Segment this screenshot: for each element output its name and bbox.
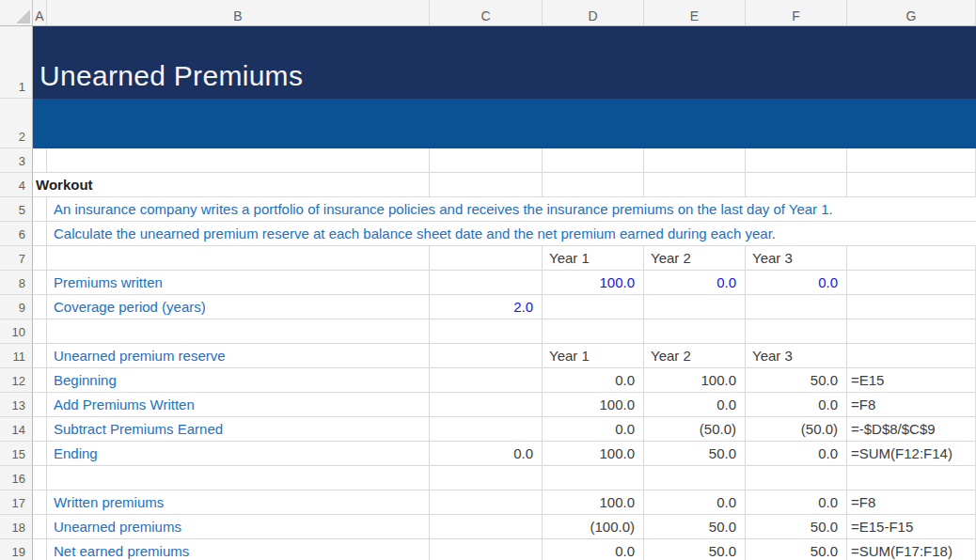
cell-C10[interactable] [430,319,543,344]
cell-D8[interactable]: 100.0 [543,271,644,295]
cell-A4[interactable]: Workout [33,173,430,197]
cell-A6[interactable] [33,222,47,246]
row-header-2[interactable]: 2 [0,99,33,148]
cell-E3[interactable] [644,148,746,173]
cell-G18[interactable]: =E15-F15 [847,515,976,539]
cell-G9[interactable] [847,295,976,319]
cell-B10[interactable] [47,319,430,344]
cell-D16[interactable] [543,466,644,490]
cell-B14[interactable]: Subtract Premiums Earned [47,417,430,442]
cell-B12[interactable]: Beginning [47,368,430,393]
cell-F10[interactable] [746,319,847,344]
cell-B6[interactable]: Calculate the unearned premium reserve a… [47,222,976,246]
row-header-8[interactable]: 8 [0,271,33,295]
cell-C12[interactable] [430,368,543,393]
cell-A13[interactable] [33,393,47,417]
cell-A9[interactable] [33,295,47,319]
title-banner-cell[interactable]: Unearned Premiums [33,26,976,99]
cell-E4[interactable] [644,173,746,197]
cell-D10[interactable] [543,319,644,344]
row-header-7[interactable]: 7 [0,246,33,271]
cell-D3[interactable] [543,148,644,173]
cell-D12[interactable]: 0.0 [543,368,644,393]
cell-F4[interactable] [746,173,847,197]
cell-C15[interactable]: 0.0 [430,442,543,466]
row-header-16[interactable]: 16 [0,466,33,490]
cell-G19[interactable]: =SUM(F17:F18) [847,539,976,560]
cell-B3[interactable] [47,148,430,173]
cell-D17[interactable]: 100.0 [543,490,644,515]
cell-B18[interactable]: Unearned premiums [47,515,430,539]
cell-F11[interactable]: Year 3 [746,344,847,368]
cell-G15[interactable]: =SUM(F12:F14) [847,442,976,466]
row-header-19[interactable]: 19 [0,539,33,560]
cell-A14[interactable] [33,417,47,442]
column-header-D[interactable]: D [543,0,644,25]
select-all-corner[interactable] [0,0,33,25]
row-header-9[interactable]: 9 [0,295,33,319]
cell-C16[interactable] [430,466,543,490]
sub-banner-cell[interactable] [33,99,976,148]
cell-E11[interactable]: Year 2 [644,344,746,368]
cell-G7[interactable] [847,246,976,271]
cell-A16[interactable] [33,466,47,490]
cell-C3[interactable] [430,148,543,173]
row-header-10[interactable]: 10 [0,319,33,344]
cell-D9[interactable] [543,295,644,319]
cell-E9[interactable] [644,295,746,319]
cell-B9[interactable]: Coverage period (years) [47,295,430,319]
cell-D15[interactable]: 100.0 [543,442,644,466]
row-header-15[interactable]: 15 [0,442,33,466]
cell-C18[interactable] [430,515,543,539]
cell-C8[interactable] [430,271,543,295]
cell-E10[interactable] [644,319,746,344]
cell-F19[interactable]: 50.0 [746,539,847,560]
cell-E13[interactable]: 0.0 [644,393,746,417]
column-header-A[interactable]: A [33,0,47,25]
cell-A12[interactable] [33,368,47,393]
cell-B17[interactable]: Written premiums [47,490,430,515]
cell-A18[interactable] [33,515,47,539]
cell-E17[interactable]: 0.0 [644,490,746,515]
cell-F14[interactable]: (50.0) [746,417,847,442]
cell-A8[interactable] [33,271,47,295]
row-header-4[interactable]: 4 [0,173,33,197]
cell-E16[interactable] [644,466,746,490]
cell-E15[interactable]: 50.0 [644,442,746,466]
cell-F18[interactable]: 50.0 [746,515,847,539]
column-header-G[interactable]: G [847,0,976,25]
column-header-B[interactable]: B [47,0,430,25]
cell-F16[interactable] [746,466,847,490]
cell-B16[interactable] [47,466,430,490]
cell-B11[interactable]: Unearned premium reserve [47,344,430,368]
cell-C14[interactable] [430,417,543,442]
cell-F8[interactable]: 0.0 [746,271,847,295]
row-header-14[interactable]: 14 [0,417,33,442]
row-header-13[interactable]: 13 [0,393,33,417]
cell-G8[interactable] [847,271,976,295]
cell-C11[interactable] [430,344,543,368]
cell-E12[interactable]: 100.0 [644,368,746,393]
cell-A7[interactable] [33,246,47,271]
cell-G11[interactable] [847,344,976,368]
cell-E7[interactable]: Year 2 [644,246,746,271]
cell-G16[interactable] [847,466,976,490]
cell-C19[interactable] [430,539,543,560]
row-header-5[interactable]: 5 [0,197,33,222]
cell-F13[interactable]: 0.0 [746,393,847,417]
cell-C9[interactable]: 2.0 [430,295,543,319]
cell-D14[interactable]: 0.0 [543,417,644,442]
cell-B19[interactable]: Net earned premiums [47,539,430,560]
row-header-11[interactable]: 11 [0,344,33,368]
row-header-3[interactable]: 3 [0,148,33,173]
cell-F15[interactable]: 0.0 [746,442,847,466]
cell-G14[interactable]: =-$D$8/$C$9 [847,417,976,442]
cell-F17[interactable]: 0.0 [746,490,847,515]
cell-G4[interactable] [847,173,976,197]
cell-E8[interactable]: 0.0 [644,271,746,295]
cell-C17[interactable] [430,490,543,515]
cell-C7[interactable] [430,246,543,271]
cell-B7[interactable] [47,246,430,271]
cell-G10[interactable] [847,319,976,344]
cell-G3[interactable] [847,148,976,173]
